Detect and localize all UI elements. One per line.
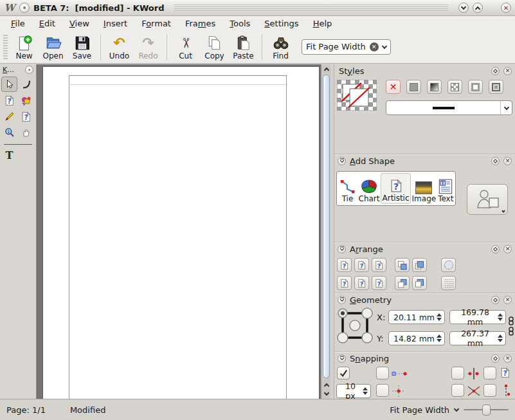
geometry-close-button[interactable]: ✕ xyxy=(503,296,512,304)
pan-hand-tool[interactable] xyxy=(18,125,34,140)
solid-fill-button[interactable] xyxy=(406,80,421,94)
aspect-ratio-lock-icon[interactable] xyxy=(508,316,514,325)
scroll-up-button[interactable] xyxy=(321,64,331,73)
border-style-button-1[interactable] xyxy=(468,80,483,94)
zoom-slider-handle[interactable] xyxy=(482,405,491,415)
aspect-ratio-lock-icon-2[interactable] xyxy=(508,327,514,336)
clear-icon[interactable]: ✕ xyxy=(370,42,379,51)
menu-settings[interactable]: Settings xyxy=(257,17,305,30)
zoom-mode-selector[interactable]: Fit Page Width xyxy=(390,405,449,415)
open-button[interactable]: Open xyxy=(39,33,68,60)
lower-shape-button[interactable] xyxy=(395,276,410,290)
spin-arrows-icon[interactable] xyxy=(496,313,505,321)
shape-item-tie[interactable]: Tie xyxy=(338,173,357,204)
shape-item-text[interactable]: T Text xyxy=(437,173,454,204)
styles-close-button[interactable]: ✕ xyxy=(503,67,512,75)
menu-view[interactable]: View xyxy=(62,17,96,30)
align-top-button[interactable] xyxy=(337,276,352,290)
zoom-slider[interactable] xyxy=(464,405,509,415)
save-button[interactable]: Save xyxy=(68,33,96,60)
scroll-down-button[interactable] xyxy=(321,389,331,398)
shape-item-chart[interactable]: Chart xyxy=(358,173,381,204)
zoom-combobox[interactable]: Fit Page Width ✕ xyxy=(302,39,391,55)
arrange-close-button[interactable]: ✕ xyxy=(503,245,512,253)
scrollbar-thumb[interactable] xyxy=(323,75,330,378)
redo-button[interactable]: ↷ Redo xyxy=(134,33,163,60)
snap-bbox-checkbox[interactable] xyxy=(483,384,496,397)
text-frame-border[interactable] xyxy=(69,75,287,399)
find-button[interactable]: Find xyxy=(266,33,295,60)
cut-button[interactable]: ✂ Cut xyxy=(171,33,200,60)
document-canvas[interactable] xyxy=(37,64,321,399)
arrange-collapse-button[interactable] xyxy=(338,245,346,253)
arrange-float-button[interactable] xyxy=(491,245,500,253)
vertical-scrollbar[interactable] xyxy=(321,64,330,399)
align-left-button[interactable] xyxy=(337,258,352,272)
sticky-button[interactable] xyxy=(19,3,30,13)
menu-insert[interactable]: Insert xyxy=(96,17,134,30)
snapping-collapse-button[interactable] xyxy=(338,354,346,363)
menu-edit[interactable]: Edit xyxy=(32,17,62,30)
raise-shape-button[interactable] xyxy=(395,258,410,272)
snap-grid-checkbox[interactable] xyxy=(337,367,350,379)
unknown-tool-1[interactable] xyxy=(1,93,17,108)
styles-float-button[interactable] xyxy=(491,67,500,75)
close-button[interactable]: ✕ xyxy=(501,3,511,13)
send-to-back-button[interactable] xyxy=(412,276,427,290)
geometry-float-button[interactable] xyxy=(491,296,500,304)
menu-help[interactable]: Help xyxy=(306,17,339,30)
spin-arrows-icon[interactable] xyxy=(361,387,370,395)
menu-format[interactable]: Format xyxy=(134,17,178,30)
align-middle-button[interactable] xyxy=(354,276,369,290)
add-shape-close-button[interactable]: ✕ xyxy=(503,157,512,165)
menu-frames[interactable]: Frames xyxy=(178,17,222,30)
shape-collection-button[interactable] xyxy=(467,184,508,215)
y-position-spinbox[interactable]: 14.82 mm xyxy=(388,331,445,345)
menu-tools[interactable]: Tools xyxy=(222,17,257,30)
snap-orthogonal-checkbox[interactable] xyxy=(451,367,464,379)
minimize-button[interactable] xyxy=(458,3,469,13)
align-bottom-button[interactable] xyxy=(372,276,386,290)
align-center-button[interactable] xyxy=(354,258,369,272)
undo-button[interactable]: ↶ Undo xyxy=(105,33,134,60)
gradient-fill-button[interactable] xyxy=(427,80,442,94)
paste-button[interactable]: Paste xyxy=(229,33,258,60)
curve-tool[interactable] xyxy=(18,77,34,92)
border-style-button-2[interactable] xyxy=(489,80,503,94)
zoom-tool[interactable]: 1 xyxy=(1,125,17,140)
style-preview[interactable] xyxy=(337,80,377,113)
artistic-text-tool[interactable] xyxy=(18,93,34,108)
select-arrow-tool[interactable] xyxy=(1,77,17,92)
shape-item-artistic[interactable]: Artistic xyxy=(381,173,410,204)
pattern-fill-button[interactable] xyxy=(447,80,462,94)
tools-docker-float-button[interactable] xyxy=(25,66,33,74)
spin-arrows-icon[interactable] xyxy=(496,334,505,342)
snap-node-checkbox[interactable] xyxy=(376,367,389,379)
grid-size-spinbox[interactable]: 10 px xyxy=(336,384,371,398)
x-position-spinbox[interactable]: 20.11 mm xyxy=(388,310,445,324)
menu-file[interactable]: File xyxy=(4,17,32,30)
height-spinbox[interactable]: 267.37 mm xyxy=(449,331,506,345)
scroll-up-button-2[interactable] xyxy=(321,380,331,389)
pencil-tool[interactable] xyxy=(1,109,17,124)
add-shape-float-button[interactable] xyxy=(491,157,500,165)
spin-arrows-icon[interactable] xyxy=(435,334,444,342)
line-style-combobox[interactable] xyxy=(386,100,512,115)
shape-item-image[interactable]: Image xyxy=(411,173,437,204)
spin-arrows-icon[interactable] xyxy=(435,313,444,321)
unknown-tool-2[interactable] xyxy=(18,109,34,124)
snap-extension-checkbox[interactable] xyxy=(376,384,389,397)
snapping-float-button[interactable] xyxy=(491,354,500,363)
align-right-button[interactable] xyxy=(372,258,386,272)
geometry-collapse-button[interactable] xyxy=(338,296,346,304)
snapping-close-button[interactable]: ✕ xyxy=(503,354,512,363)
copy-button[interactable]: Copy xyxy=(200,33,229,60)
width-spinbox[interactable]: 169.78 mm xyxy=(449,310,506,324)
text-tool[interactable]: T xyxy=(1,147,17,163)
add-shape-collapse-button[interactable] xyxy=(338,157,346,165)
no-fill-button[interactable]: ✕ xyxy=(386,80,401,94)
ungroup-shapes-button[interactable] xyxy=(441,276,456,290)
snap-intersection-checkbox[interactable] xyxy=(451,384,464,397)
bring-to-front-button[interactable] xyxy=(412,258,427,272)
document-page[interactable] xyxy=(42,66,320,399)
